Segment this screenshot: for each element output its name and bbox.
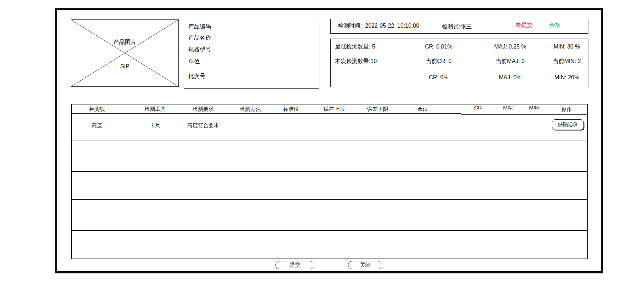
- close-button[interactable]: 关闭: [348, 261, 382, 269]
- cr-limit: CR: 0.01%: [425, 43, 452, 50]
- current-min: 当前MIN: 2: [553, 58, 581, 65]
- sip-link[interactable]: SIP: [71, 63, 178, 70]
- field-label-spec-model: 规格型号: [188, 46, 211, 53]
- submit-button[interactable]: 提交: [275, 261, 314, 269]
- col-header-method: 检测方法: [240, 106, 261, 112]
- col-header-min: MIN: [529, 105, 539, 110]
- col-header-tool: 检测工具: [144, 106, 166, 112]
- inspection-time: 检测时间: 2022-05-22 10:10:00: [338, 22, 419, 29]
- cell-tool: 卡尺: [150, 122, 160, 129]
- col-header-standard: 标准值: [283, 106, 299, 112]
- maj-rate: MAJ: 0%: [499, 74, 522, 81]
- col-header-cr: CR: [474, 105, 482, 110]
- row-separator: [72, 141, 587, 141]
- col-header-action: 操作: [561, 107, 572, 112]
- submit-status-badge: 未提交: [515, 22, 532, 29]
- inspection-window: 产品图片 SIP 产品编码 产品名称 规格型号 单位 批次号 检测时间: 202…: [0, 0, 644, 295]
- row-separator: [72, 230, 587, 231]
- col-header-upper-limit: 误差上限: [324, 106, 345, 112]
- cr-rate: CR: 0%: [429, 74, 448, 81]
- image-placeholder-cross-icon: [71, 20, 178, 86]
- product-form-panel: 产品编码 产品名称 规格型号 单位 批次号: [184, 20, 319, 89]
- inspection-table: 检测项 检测工具 检测要求 检测方法 标准值 误差上限 误差下限 单位 CR M…: [71, 104, 588, 259]
- col-header-lower-limit: 误差下限: [367, 106, 388, 112]
- field-label-product-name: 产品名称: [188, 34, 211, 41]
- current-inspect-qty: 本次检测数量:10: [335, 58, 377, 65]
- col-header-requirement: 检测要求: [193, 106, 214, 112]
- inspector-name: 检测员:张三: [442, 23, 472, 30]
- current-cr: 当前CR: 0: [426, 58, 452, 65]
- row-separator: [72, 199, 587, 200]
- col-header-maj: MAJ: [503, 105, 514, 110]
- min-inspect-qty: 最低检测数量: 5: [335, 43, 375, 50]
- col-header-item: 检测项: [89, 106, 105, 112]
- product-image-label: 产品图片: [71, 39, 178, 46]
- col-header-unit: 单位: [417, 106, 428, 112]
- cell-requirement: 高度符合要求: [187, 122, 219, 129]
- field-label-unit: 单位: [188, 58, 200, 65]
- field-label-product-code: 产品编码: [188, 23, 211, 30]
- maj-limit: MAJ: 0.25 %: [494, 43, 526, 50]
- table-header-underline-right: [461, 114, 587, 115]
- defect-record-button[interactable]: 缺陷记录: [552, 119, 584, 130]
- product-image-placeholder[interactable]: 产品图片 SIP: [71, 19, 179, 87]
- field-label-batch-number: 批次号: [188, 73, 205, 80]
- min-rate: MIN: 20%: [554, 74, 579, 81]
- table-header-underline-left: [72, 113, 461, 114]
- metrics-panel: 最低检测数量: 5 CR: 0.01% MAJ: 0.25 % MIN: 30 …: [330, 39, 588, 87]
- current-maj: 当前MAJ: 0: [496, 58, 525, 65]
- result-status-badge: 合格: [549, 22, 560, 29]
- row-separator: [72, 171, 587, 172]
- inspection-header-bar: 检测时间: 2022-05-22 10:10:00 检测员:张三 未提交 合格: [330, 19, 588, 34]
- cell-item: 高度: [92, 122, 102, 129]
- min-limit: MIN: 30 %: [554, 43, 580, 50]
